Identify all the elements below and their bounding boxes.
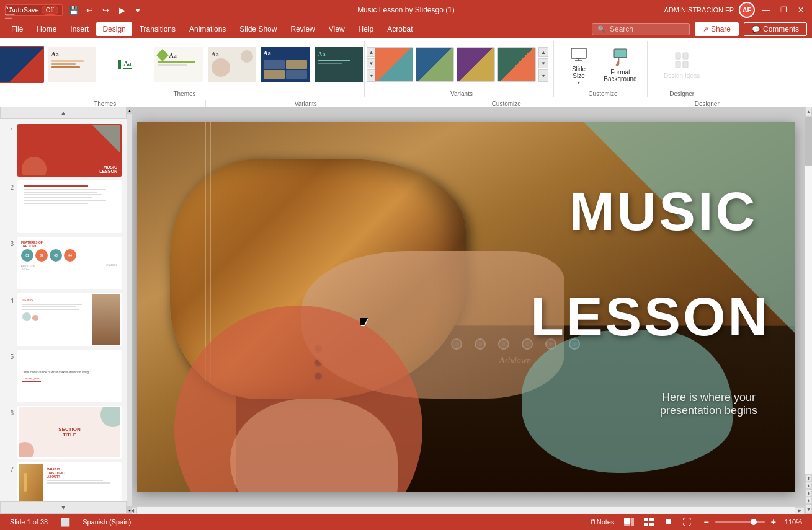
- slide-title: MUSIC: [569, 184, 757, 239]
- themes-section: Aa ━━━━ ━━━━ Aa: [5, 41, 365, 97]
- design-ideas-icon: [671, 50, 693, 73]
- theme-item-5[interactable]: Aa: [207, 46, 257, 83]
- themes-row: Aa ━━━━ ━━━━ Aa: [0, 41, 377, 88]
- main-scroll-up[interactable]: ▲: [127, 107, 132, 114]
- svg-rect-5: [676, 53, 680, 59]
- theme-item-2[interactable]: Aa: [47, 46, 97, 83]
- scroll-right-button[interactable]: ▶: [795, 507, 805, 515]
- bottom-scrollbar: ◀ ▶: [127, 506, 805, 514]
- slide-subtitle: LESSON: [530, 289, 770, 344]
- zoom-slider[interactable]: [715, 521, 765, 523]
- ribbon: Aa ━━━━ ━━━━ Aa: [0, 38, 812, 107]
- svg-rect-6: [683, 53, 688, 59]
- slide-container: Ashdown: [127, 107, 805, 506]
- ribbon-content: Aa ━━━━ ━━━━ Aa: [0, 38, 812, 100]
- design-ideas-button[interactable]: Design Ideas: [660, 48, 703, 82]
- theme-item-1[interactable]: Aa ━━━━ ━━━━: [0, 46, 44, 83]
- main-scroll-down[interactable]: ▼: [127, 506, 132, 514]
- slide-thumb-1[interactable]: MUSICLESSON: [17, 124, 122, 177]
- slide-thumb-wrapper-1[interactable]: 1 MUSICLESSON: [5, 124, 122, 177]
- svg-rect-8: [683, 61, 688, 68]
- slide-thumb-6[interactable]: SECTIONTITLE: [17, 406, 122, 459]
- design-ideas-label: Design Ideas: [664, 73, 700, 79]
- slide-thumb-3[interactable]: FEATURES OFTHE TOPIC 01 02 03 04 ABOUT T…: [17, 237, 122, 289]
- svg-rect-7: [676, 61, 680, 68]
- slide-body: Here is where yourpresentation begins: [660, 391, 757, 417]
- design-ideas-button-wrap: Design Ideas: [660, 41, 703, 88]
- left-gutter: ▲ ▼: [127, 107, 132, 514]
- slide-thumb-wrapper-3[interactable]: 3 FEATURES OFTHE TOPIC 01 02 03 04 ABOUT…: [5, 237, 122, 289]
- main-area: ▲ ▼: [127, 107, 805, 514]
- main-slide[interactable]: Ashdown: [137, 122, 795, 492]
- slide-thumb-wrapper-6[interactable]: 6 SECTIONTITLE: [5, 406, 122, 459]
